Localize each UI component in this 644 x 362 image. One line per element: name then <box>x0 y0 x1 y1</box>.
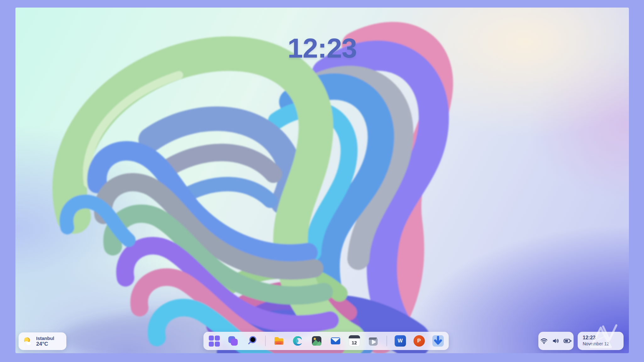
word-button[interactable]: W <box>395 335 406 347</box>
tray-date: November 12 <box>583 341 624 347</box>
photos-button[interactable] <box>311 335 322 347</box>
calendar-icon: 12 <box>349 335 360 347</box>
photos-icon <box>311 335 322 347</box>
tray-status-card[interactable] <box>538 332 574 350</box>
weather-temperature: 24°C <box>36 341 54 347</box>
calendar-button[interactable]: 12 <box>349 335 360 347</box>
partly-sunny-icon <box>22 336 33 347</box>
edge-button[interactable] <box>292 335 303 347</box>
weather-widget[interactable]: Istanbul 24°C <box>19 332 66 350</box>
weather-city: Istanbul <box>36 336 54 341</box>
search-button[interactable] <box>246 335 258 347</box>
powerpoint-button[interactable]: P <box>414 335 425 347</box>
edge-icon <box>292 335 303 347</box>
tray-clock-card[interactable]: 12:23 November 12 <box>578 332 624 350</box>
volume-icon <box>552 337 559 345</box>
movies-tv-icon <box>368 335 379 347</box>
mail-button[interactable] <box>330 335 341 347</box>
calendar-top-bar <box>349 335 360 338</box>
desktop-clock: 12:23 <box>287 32 357 64</box>
powerpoint-glyph: P <box>417 338 421 344</box>
battery-icon <box>564 337 572 345</box>
file-explorer-icon <box>273 335 285 347</box>
movies-tv-button[interactable] <box>368 335 379 347</box>
task-view-button[interactable] <box>227 335 239 347</box>
start-icon <box>208 335 220 347</box>
start-button[interactable] <box>208 335 220 347</box>
downloads-button[interactable] <box>432 335 444 347</box>
taskbar-divider <box>386 336 387 346</box>
tray-time: 12:23 <box>583 335 624 341</box>
taskbar: 12 W P <box>203 332 449 350</box>
powerpoint-icon: P <box>414 335 425 347</box>
task-view-icon <box>227 335 239 347</box>
wifi-icon <box>540 337 548 345</box>
search-icon <box>246 335 258 347</box>
taskbar-divider <box>265 336 266 346</box>
mail-icon <box>330 335 341 347</box>
desktop-wallpaper: 12:23 Istanbul 24°C <box>15 8 629 353</box>
file-explorer-button[interactable] <box>273 335 285 347</box>
word-glyph: W <box>397 338 402 344</box>
calendar-day-number: 12 <box>349 338 360 347</box>
download-icon <box>432 335 444 347</box>
word-icon: W <box>395 335 406 347</box>
